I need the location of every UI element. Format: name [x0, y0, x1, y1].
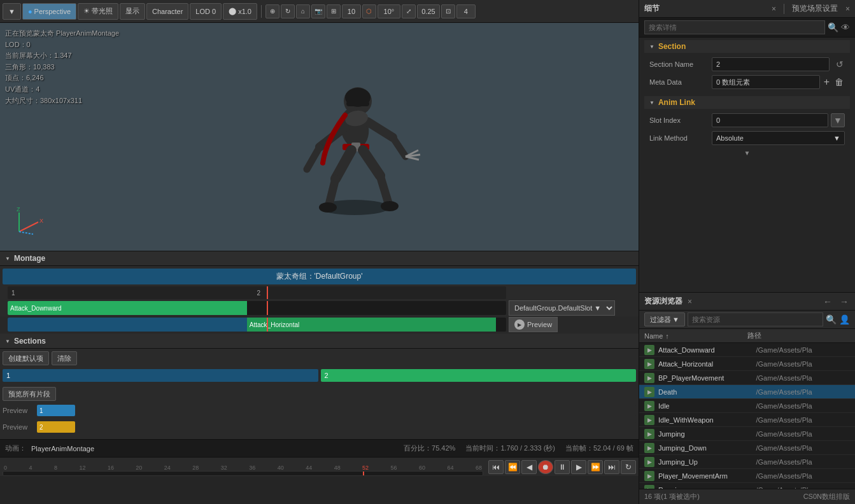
montage-section-header[interactable]: ▼ Montage	[0, 251, 639, 266]
asset-search-btn[interactable]: 🔍	[826, 314, 837, 325]
asset-row[interactable]: ▶Idle_WithWeapon/Game/Assets/Pla	[639, 413, 855, 427]
asset-icon: ▶	[644, 345, 654, 355]
skip-end-btn[interactable]: ⏭	[604, 460, 619, 474]
sections-buttons: 创建默认项 清除	[3, 351, 636, 365]
viewport[interactable]: 正在预览蒙太奇 PlayerAnimMontage LOD：0 当前屏幕大小：1…	[0, 23, 639, 251]
asset-row[interactable]: ▶Attack_Downward/Game/Assets/Pla	[639, 343, 855, 357]
toolbar-separator-1	[261, 5, 262, 18]
skip-start-btn[interactable]: ⏮	[488, 460, 504, 474]
grid-icon-btn[interactable]: ⊞	[327, 4, 341, 18]
preview1-track	[78, 405, 636, 416]
status-anim-label: 动画：	[5, 444, 26, 453]
link-method-value: Absolute	[716, 134, 744, 142]
asset-browser-close-btn[interactable]: ×	[688, 297, 692, 306]
slot-index-expand-btn[interactable]: ▼	[831, 113, 845, 127]
asset-path: /Game/Assets/Pla	[756, 458, 851, 466]
lod-btn[interactable]: LOD 0	[190, 3, 222, 20]
section-name-value[interactable]	[712, 57, 830, 71]
timeline-scrubber[interactable]	[3, 471, 483, 476]
slot-index-value[interactable]	[712, 113, 828, 127]
loop-btn[interactable]: ↻	[621, 460, 636, 474]
anim-link-header[interactable]: ▼ Anim Link	[644, 96, 850, 109]
asset-row[interactable]: ▶BP_PlayerMovement/Game/Assets/Pla	[639, 371, 855, 385]
clear-btn[interactable]: 清除	[52, 351, 77, 365]
rotate-icon-btn[interactable]: ↻	[281, 4, 295, 18]
section-property-group: ▼ Section Section Name ↺ Meta Data 0 数组元…	[639, 38, 855, 94]
snap-icon-btn[interactable]: ⌂	[296, 4, 310, 18]
asset-icon: ▶	[644, 471, 654, 481]
col-name-header[interactable]: Name ↑	[644, 331, 747, 340]
prev-frame-btn[interactable]: ⏪	[505, 460, 520, 474]
next-frame-btn[interactable]: ⏩	[588, 460, 603, 474]
preview-all-btn[interactable]: 预览所有片段	[3, 387, 56, 401]
slot-dropdown[interactable]: DefaultGroup.DefaultSlot ▼	[509, 300, 615, 316]
asset-search-input[interactable]	[688, 312, 823, 326]
asset-browser-header: 资源浏览器 × ← →	[639, 293, 855, 311]
record-btn[interactable]: ⏺	[538, 460, 553, 474]
display-btn[interactable]: 显示	[120, 3, 145, 20]
link-method-label: Link Method	[649, 134, 707, 142]
details-search-input[interactable]	[644, 20, 825, 34]
link-method-dropdown[interactable]: Absolute ▼	[712, 131, 845, 145]
asset-row[interactable]: ▶Jumping_Up/Game/Assets/Pla	[639, 455, 855, 469]
asset-row[interactable]: ▶Running/Game/Assets/Pla	[639, 483, 855, 489]
filter-label: 过滤器	[650, 315, 671, 325]
lighting-btn[interactable]: ☀ 带光照	[78, 3, 118, 20]
link-method-row: Link Method Absolute ▼	[644, 129, 850, 147]
tick-24: 24	[164, 465, 171, 471]
section-name-reset-btn[interactable]: ↺	[835, 59, 845, 69]
asset-row[interactable]: ▶Player_MovementArm/Game/Assets/Pla	[639, 469, 855, 483]
display-label: 显示	[125, 6, 139, 16]
track2-marker	[267, 318, 268, 332]
asset-row[interactable]: ▶Death/Game/Assets/Pla	[639, 385, 855, 399]
asset-path: /Game/Assets/Pla	[756, 402, 851, 410]
tick-52: 52	[362, 465, 369, 471]
status-bar: 动画： PlayerAnimMontage 百分比：75.42% 当前时间：1.…	[0, 439, 639, 457]
info-line7: 大约尺寸：380x107x311	[5, 95, 119, 107]
step-back-btn[interactable]: ◀	[521, 460, 537, 474]
viewport-dropdown-btn[interactable]: ▼	[3, 3, 21, 20]
slot-index-input[interactable]	[716, 116, 824, 124]
track1-controls: DefaultGroup.DefaultSlot ▼	[509, 300, 636, 316]
perspective-label: Perspective	[34, 8, 71, 15]
details-eye-btn[interactable]: 👁	[841, 22, 850, 32]
zoom-btn[interactable]: ⬤ x1.0	[223, 3, 257, 20]
meta-data-del-btn[interactable]: 🗑	[833, 77, 845, 87]
section-group-header[interactable]: ▼ Section	[644, 40, 850, 53]
asset-row[interactable]: ▶Jumping/Game/Assets/Pla	[639, 427, 855, 441]
axis-indicator: X Z	[13, 206, 45, 238]
step-fwd-btn[interactable]: ▶	[571, 460, 586, 474]
details-search-btn[interactable]: 🔍	[828, 22, 838, 32]
create-default-btn[interactable]: 创建默认项	[3, 351, 49, 365]
translate-icon-btn[interactable]: ⊕	[265, 4, 279, 18]
asset-row[interactable]: ▶Jumping_Down/Game/Assets/Pla	[639, 441, 855, 455]
pause-btn[interactable]: ⏸	[555, 460, 570, 474]
scale-icon-btn[interactable]: ⤢	[402, 4, 416, 18]
asset-icon: ▶	[644, 415, 654, 425]
layout-icon-btn[interactable]: ⊡	[441, 4, 455, 18]
asset-path: /Game/Assets/Pla	[756, 472, 851, 480]
filter-btn[interactable]: 过滤器 ▼	[644, 312, 685, 326]
perspective-btn[interactable]: ● Perspective	[22, 3, 76, 20]
asset-back-btn[interactable]: ←	[822, 297, 833, 307]
sections-header[interactable]: ▼ Sections	[0, 334, 639, 349]
layout-num-display: 4	[456, 4, 476, 18]
asset-list[interactable]: ▶Attack_Downward/Game/Assets/Pla▶Attack_…	[639, 343, 855, 489]
sections-area: 创建默认项 清除 1 2 预览所有片段	[0, 349, 639, 439]
timeline-num-2: 2	[257, 290, 261, 297]
camera-icon-btn[interactable]: 📷	[311, 4, 325, 18]
meta-data-row: Meta Data 0 数组元素 + 🗑	[644, 73, 850, 91]
details-close-btn[interactable]: ×	[772, 4, 776, 13]
angle-icon-btn[interactable]: ⬡	[362, 4, 376, 18]
asset-forward-btn[interactable]: →	[838, 297, 850, 307]
settings-close-btn[interactable]: ×	[845, 4, 850, 13]
character-btn[interactable]: Character	[146, 3, 188, 20]
asset-user-btn[interactable]: 👤	[839, 314, 850, 325]
asset-name: Jumping_Up	[658, 458, 753, 466]
preview-button[interactable]: ▶ Preview	[509, 317, 558, 332]
asset-row[interactable]: ▶Attack_Horizontal/Game/Assets/Pla	[639, 357, 855, 371]
section-name-input[interactable]	[716, 60, 825, 68]
preview-row-2: Preview 2	[3, 420, 636, 434]
meta-data-add-btn[interactable]: +	[823, 76, 831, 88]
asset-row[interactable]: ▶Idle/Game/Assets/Pla	[639, 399, 855, 413]
